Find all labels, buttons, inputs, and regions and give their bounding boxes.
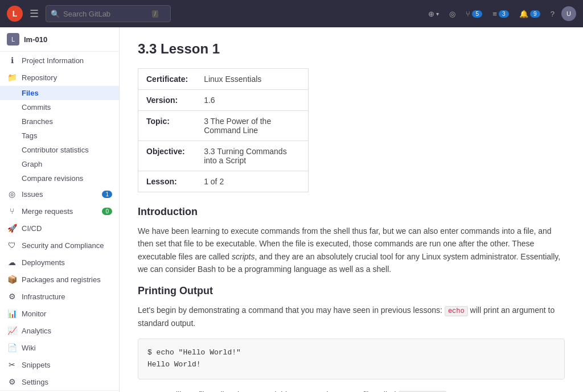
search-bar[interactable]: 🔍 / xyxy=(46,5,171,22)
sidebar-item-security-compliance[interactable]: 🛡 Security and Compliance xyxy=(0,237,119,254)
todos-nav-icon: ≡ xyxy=(492,10,497,18)
printing-output-paragraph: Let's begin by demonstrating a command t… xyxy=(138,304,565,330)
table-cell-label: Lesson: xyxy=(138,171,196,192)
deployments-icon: ☁ xyxy=(7,258,17,267)
merge-requests-badge: 5 xyxy=(472,10,482,18)
merge-requests-icon: ⑂ xyxy=(7,207,17,216)
sidebar-item-issues[interactable]: ◎ Issues 1 xyxy=(0,185,119,203)
contributor-statistics-label: Contributor statistics xyxy=(22,146,89,154)
help-icon: ? xyxy=(551,10,555,18)
help-button[interactable]: ? xyxy=(547,7,558,20)
search-icon: 🔍 xyxy=(51,10,60,18)
table-row: Version:1.6 xyxy=(138,90,309,111)
table-cell-value: Linux Essentials xyxy=(196,69,308,90)
sidebar-item-snippets[interactable]: ✂ Snippets xyxy=(0,356,119,373)
search-input[interactable] xyxy=(63,10,149,18)
sidebar-item-project-information[interactable]: ℹ Project Information xyxy=(0,52,119,69)
gitlab-logo[interactable]: L xyxy=(7,6,23,22)
code-block-1: $ echo "Hello World!"Hello World! xyxy=(138,339,565,379)
code-block-1-text: $ echo "Hello World!"Hello World! xyxy=(147,348,241,369)
graph-label: Graph xyxy=(22,160,42,168)
sidebar-item-label: Repository xyxy=(22,73,57,82)
sidebar-item-tags[interactable]: Tags xyxy=(0,129,119,143)
new-script-paragraph: Now, we will use file redirection to sen… xyxy=(138,389,565,392)
sidebar-item-files[interactable]: Files xyxy=(0,86,119,100)
infrastructure-label: Infrastructure xyxy=(22,292,65,301)
user-avatar[interactable]: U xyxy=(561,6,576,21)
sidebar-item-monitor[interactable]: 📊 Monitor xyxy=(0,305,119,322)
packages-registries-label: Packages and registries xyxy=(22,275,101,284)
cicd-icon: 🚀 xyxy=(7,224,17,233)
sidebar-item-commits[interactable]: Commits xyxy=(0,100,119,114)
table-row: Certificate:Linux Essentials xyxy=(138,69,309,90)
sidebar-item-label: Project Information xyxy=(22,56,84,65)
notifications-badge: 9 xyxy=(530,10,540,18)
plus-icon: ⊕ xyxy=(428,10,434,18)
info-icon: ℹ xyxy=(7,56,17,65)
settings-label: Settings xyxy=(22,378,48,386)
commits-label: Commits xyxy=(22,103,51,112)
topnav-icons: ⊕ ▾ ◎ ⑂ 5 ≡ 3 🔔 9 ? U xyxy=(425,6,576,21)
cicd-label: CI/CD xyxy=(22,224,42,233)
monitor-label: Monitor xyxy=(22,310,46,318)
printing-output-heading: Printing Output xyxy=(138,285,565,297)
introduction-heading: Introduction xyxy=(138,206,565,218)
sidebar-item-graph[interactable]: Graph xyxy=(0,157,119,171)
issues-nav-button[interactable]: ◎ xyxy=(446,7,459,20)
bell-icon: 🔔 xyxy=(519,10,528,18)
table-cell-value: 3.3 Turning Commands into a Script xyxy=(196,141,308,171)
introduction-paragraph: We have been learning to execute command… xyxy=(138,225,565,276)
compare-revisions-label: Compare revisions xyxy=(22,174,83,183)
table-cell-value: 1 of 2 xyxy=(196,171,308,192)
table-cell-value: 1.6 xyxy=(196,90,308,111)
sidebar-item-branches[interactable]: Branches xyxy=(0,114,119,129)
issues-badge: 1 xyxy=(102,191,112,198)
merge-requests-badge: 0 xyxy=(102,208,112,215)
sidebar-item-merge-requests[interactable]: ⑂ Merge requests 0 xyxy=(0,203,119,220)
sidebar-item-deployments[interactable]: ☁ Deployments xyxy=(0,254,119,271)
merge-requests-label: Merge requests xyxy=(22,207,73,216)
sidebar-item-wiki[interactable]: 📄 Wiki xyxy=(0,339,119,356)
table-cell-label: Version: xyxy=(138,90,196,111)
sidebar-item-repository[interactable]: 📁 Repository xyxy=(0,69,119,86)
monitor-icon: 📊 xyxy=(7,309,17,318)
settings-icon: ⚙ xyxy=(7,377,17,386)
merge-requests-nav-button[interactable]: ⑂ 5 xyxy=(462,7,486,20)
snippets-label: Snippets xyxy=(22,361,51,369)
issues-icon: ◎ xyxy=(7,189,17,199)
sidebar-item-analytics[interactable]: 📈 Analytics xyxy=(0,322,119,339)
project-name: lm-010 xyxy=(24,35,47,44)
tags-label: Tags xyxy=(22,131,37,140)
todos-nav-button[interactable]: ≡ 3 xyxy=(489,7,512,20)
sidebar-item-contributor-statistics[interactable]: Contributor statistics xyxy=(0,143,119,157)
sidebar-item-compare-revisions[interactable]: Compare revisions xyxy=(0,171,119,185)
info-table: Certificate:Linux EssentialsVersion:1.6T… xyxy=(138,68,309,192)
snippets-icon: ✂ xyxy=(7,360,17,369)
main-layout: L lm-010 ℹ Project Information 📁 Reposit… xyxy=(0,27,583,392)
hamburger-menu[interactable]: ☰ xyxy=(27,5,41,22)
avatar-letter: U xyxy=(566,10,571,17)
echo-inline-code: echo xyxy=(445,306,468,316)
table-cell-label: Certificate: xyxy=(138,69,196,90)
todos-badge: 3 xyxy=(499,10,509,18)
merge-requests-nav-icon: ⑂ xyxy=(466,10,470,18)
repository-icon: 📁 xyxy=(7,73,17,82)
deployments-label: Deployments xyxy=(22,258,65,267)
create-dropdown-arrow: ▾ xyxy=(436,11,439,17)
top-navigation: L ☰ 🔍 / ⊕ ▾ ◎ ⑂ 5 ≡ 3 🔔 9 ? U xyxy=(0,0,583,27)
sidebar-item-settings[interactable]: ⚙ Settings xyxy=(0,373,119,390)
sidebar-item-packages-registries[interactable]: 📦 Packages and registries xyxy=(0,271,119,288)
issues-label: Issues xyxy=(22,190,43,199)
files-label: Files xyxy=(22,89,39,97)
sidebar-item-infrastructure[interactable]: ⚙ Infrastructure xyxy=(0,288,119,305)
project-icon: L xyxy=(7,33,19,46)
branches-label: Branches xyxy=(22,117,53,126)
create-button[interactable]: ⊕ ▾ xyxy=(425,7,442,20)
notifications-nav-button[interactable]: 🔔 9 xyxy=(516,7,544,20)
security-icon: 🛡 xyxy=(7,241,17,250)
wiki-icon: 📄 xyxy=(7,343,17,352)
project-initial: L xyxy=(11,36,15,43)
sidebar-item-cicd[interactable]: 🚀 CI/CD xyxy=(0,220,119,237)
analytics-icon: 📈 xyxy=(7,326,17,335)
project-header[interactable]: L lm-010 xyxy=(0,27,119,52)
